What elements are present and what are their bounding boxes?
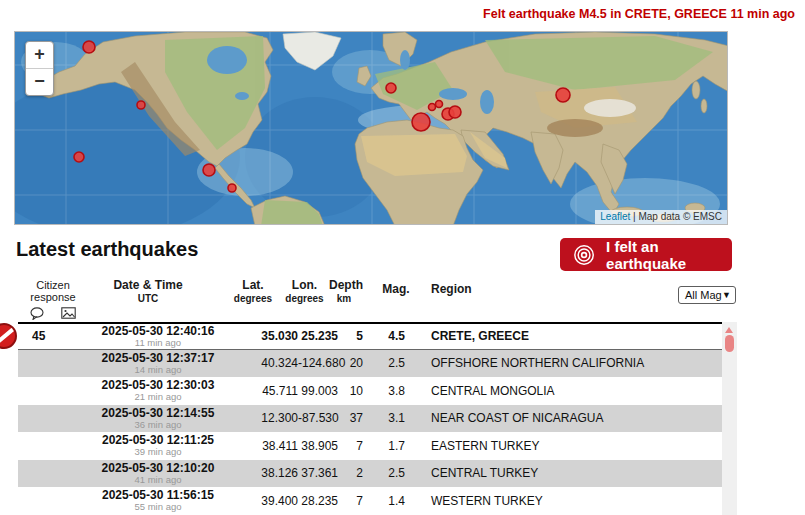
seismic-target-icon	[573, 243, 595, 267]
zoom-out-button[interactable]: −	[26, 69, 53, 95]
table-row[interactable]: 2025-05-30 12:11:25 39 min ago 38.411 38…	[18, 432, 722, 460]
event-datetime: 2025-05-30 12:40:16	[88, 325, 228, 338]
table-row[interactable]: 2025-05-30 12:10:20 41 min ago 38.126 37…	[18, 460, 722, 488]
event-time-ago: 55 min ago	[88, 502, 228, 512]
event-magnitude: 2.5	[373, 356, 415, 370]
event-region: CENTRAL MONGOLIA	[415, 384, 722, 398]
map-attribution: Leaflet | Map data © EMSC	[595, 210, 727, 224]
event-latitude: 45.711	[228, 384, 298, 398]
event-region: WESTERN TURKEY	[415, 494, 722, 508]
earthquake-marker[interactable]	[74, 152, 84, 162]
comment-icon	[30, 307, 45, 320]
column-lat: Lat. degrees	[218, 277, 288, 322]
citizen-response-count: 45	[32, 329, 45, 343]
map-zoom-control: + −	[25, 41, 54, 96]
event-depth: 10	[343, 384, 373, 398]
alert-bar: Felt earthquake M4.5 in CRETE, GREECE 11…	[0, 0, 805, 30]
table-scrollbar[interactable]	[722, 322, 737, 515]
event-depth: 7	[343, 494, 373, 508]
event-datetime: 2025-05-30 12:10:20	[88, 462, 228, 475]
table-row[interactable]: 2025-05-30 12:37:17 14 min ago 40.324 -1…	[18, 350, 722, 378]
event-longitude: -124.680	[298, 356, 343, 370]
earthquake-marker[interactable]	[386, 83, 396, 93]
event-latitude: 12.300	[228, 411, 298, 425]
felt-intensity-icon	[0, 323, 17, 349]
event-time-ago: 39 min ago	[88, 447, 228, 457]
scrollbar-up-arrow-icon[interactable]	[725, 327, 733, 333]
magnitude-filter-value: All Mag	[685, 289, 722, 301]
magnitude-filter-select[interactable]: All Mag ▼	[678, 286, 736, 304]
table-row[interactable]: 2025-05-30 11:56:15 55 min ago 39.400 28…	[18, 487, 722, 515]
event-magnitude: 1.4	[373, 494, 415, 508]
earthquake-marker[interactable]	[83, 41, 95, 53]
table-row[interactable]: 45 2025-05-30 12:40:16 11 min ago 35.030…	[18, 322, 722, 350]
zoom-in-button[interactable]: +	[26, 42, 53, 69]
event-latitude: 38.126	[228, 466, 298, 480]
felt-button-label: I felt an earthquake	[606, 238, 732, 272]
event-longitude: 25.235	[298, 329, 343, 343]
event-latitude: 39.400	[228, 494, 298, 508]
event-time-ago: 41 min ago	[88, 475, 228, 485]
photo-icon	[61, 307, 76, 319]
event-region: OFFSHORE NORTHERN CALIFORNIA	[415, 356, 722, 370]
table-header: Citizen response Date & Time UTC Lat. de…	[18, 277, 722, 322]
event-magnitude: 1.7	[373, 439, 415, 453]
event-longitude: 37.361	[298, 466, 343, 480]
column-mag: Mag.	[375, 277, 417, 322]
event-depth: 20	[343, 356, 373, 370]
scrollbar-thumb[interactable]	[725, 335, 734, 352]
earthquake-marker[interactable]	[203, 164, 215, 176]
event-magnitude: 3.8	[373, 384, 415, 398]
table-row[interactable]: 2025-05-30 12:14:55 36 min ago 12.300 -8…	[18, 405, 722, 433]
event-region: CENTRAL TURKEY	[415, 466, 722, 480]
map-canvas	[15, 32, 728, 225]
column-depth: Depth km	[329, 277, 359, 322]
column-region: Region	[415, 277, 722, 322]
earthquake-table: 45 2025-05-30 12:40:16 11 min ago 35.030…	[18, 322, 722, 515]
event-longitude: 99.003	[298, 384, 343, 398]
world-map[interactable]: + − Leaflet | Map data © EMSC	[14, 31, 728, 225]
event-time-ago: 14 min ago	[88, 365, 228, 375]
event-time-ago: 11 min ago	[88, 338, 228, 348]
event-magnitude: 2.5	[373, 466, 415, 480]
earthquake-marker[interactable]	[412, 113, 430, 131]
event-depth: 5	[343, 329, 373, 343]
event-datetime: 2025-05-30 12:14:55	[88, 407, 228, 420]
event-latitude: 38.411	[228, 439, 298, 453]
event-longitude: 28.235	[298, 494, 343, 508]
earthquake-marker[interactable]	[429, 104, 436, 111]
page-title: Latest earthquakes	[16, 238, 198, 261]
i-felt-earthquake-button[interactable]: I felt an earthquake	[560, 238, 732, 271]
earthquake-marker[interactable]	[228, 184, 236, 192]
event-depth: 37	[343, 411, 373, 425]
table-row[interactable]: 2025-05-30 12:30:03 21 min ago 45.711 99…	[18, 377, 722, 405]
attribution-text: | Map data © EMSC	[630, 211, 722, 222]
leaflet-link[interactable]: Leaflet	[600, 211, 630, 222]
event-magnitude: 3.1	[373, 411, 415, 425]
event-latitude: 35.030	[228, 329, 298, 343]
event-latitude: 40.324	[228, 356, 298, 370]
earthquake-marker[interactable]	[449, 106, 461, 118]
event-depth: 2	[343, 466, 373, 480]
event-region: NEAR COAST OF NICARAGUA	[415, 411, 722, 425]
event-region: EASTERN TURKEY	[415, 439, 722, 453]
event-longitude: 38.905	[298, 439, 343, 453]
felt-earthquake-ticker[interactable]: Felt earthquake M4.5 in CRETE, GREECE 11…	[483, 7, 795, 21]
column-lon: Lon. degrees	[282, 277, 327, 322]
event-depth: 7	[343, 439, 373, 453]
earthquake-marker[interactable]	[556, 88, 570, 102]
event-region: CRETE, GREECE	[415, 329, 722, 343]
earthquake-marker[interactable]	[436, 101, 443, 108]
event-longitude: -87.530	[298, 411, 343, 425]
event-magnitude: 4.5	[373, 329, 415, 343]
column-datetime: Date & Time UTC	[78, 277, 218, 322]
event-datetime: 2025-05-30 12:37:17	[88, 352, 228, 365]
earthquake-marker[interactable]	[137, 101, 145, 109]
event-time-ago: 36 min ago	[88, 420, 228, 430]
chevron-down-icon: ▼	[722, 290, 731, 300]
event-time-ago: 21 min ago	[88, 392, 228, 402]
